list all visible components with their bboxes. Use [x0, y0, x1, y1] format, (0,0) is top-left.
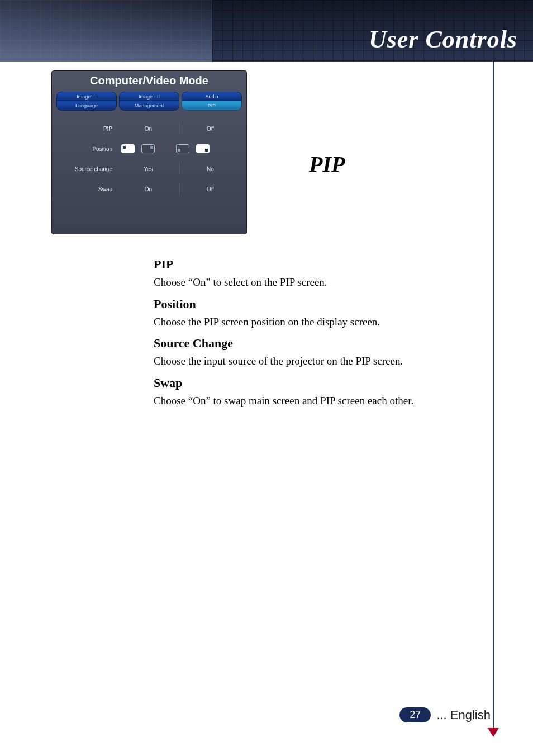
tab-management[interactable]: Management: [119, 101, 179, 111]
osd-option-swap-off[interactable]: Off: [180, 186, 241, 192]
osd-option-pip-on[interactable]: On: [118, 126, 179, 132]
page-footer: 27 ... English: [399, 707, 491, 722]
position-bottom-right-icon[interactable]: [196, 144, 210, 153]
osd-body: PIP On Off Position Source change Yes: [52, 111, 246, 234]
osd-option-pip-off[interactable]: Off: [180, 126, 241, 132]
osd-row-swap: Swap On Off: [58, 179, 241, 199]
para-pip: Choose “On” to select on the PIP screen.: [154, 275, 467, 290]
osd-label-position: Position: [58, 146, 118, 152]
page-language: ... English: [436, 708, 491, 722]
osd-option-src-yes[interactable]: Yes: [118, 166, 179, 172]
heading-swap: Swap: [154, 376, 467, 390]
osd-row-source-change: Source change Yes No: [58, 159, 241, 179]
osd-panel: Computer/Video Mode Image - I Image - II…: [51, 70, 247, 234]
position-top-left-icon[interactable]: [121, 144, 135, 153]
position-bottom-left-icon[interactable]: [176, 144, 189, 153]
para-position: Choose the PIP screen position on the di…: [154, 315, 467, 330]
page-number: 27: [399, 707, 431, 722]
page-margin-rule: [493, 62, 494, 728]
osd-row-position: Position: [58, 139, 241, 159]
page-header: User Controls: [0, 0, 533, 62]
body-text: PIP Choose “On” to select on the PIP scr…: [154, 257, 467, 410]
heading-source-change: Source Change: [154, 336, 467, 351]
osd-tab-group: Image - I Image - II Audio Language Mana…: [52, 92, 246, 111]
osd-row-pip: PIP On Off: [58, 119, 241, 139]
osd-label-source-change: Source change: [58, 166, 118, 172]
page-margin-arrow-icon: [488, 728, 499, 737]
tab-pip[interactable]: PIP: [182, 101, 242, 111]
section-heading: PIP: [309, 151, 345, 177]
osd-label-swap: Swap: [58, 186, 118, 192]
header-decoration-left: [0, 0, 212, 62]
osd-option-src-no[interactable]: No: [180, 166, 241, 172]
page-title: User Controls: [369, 25, 517, 54]
tab-language[interactable]: Language: [56, 101, 117, 111]
position-top-right-icon[interactable]: [141, 144, 155, 153]
heading-pip: PIP: [154, 257, 467, 272]
para-source-change: Choose the input source of the projector…: [154, 354, 467, 369]
heading-position: Position: [154, 297, 467, 311]
osd-label-pip: PIP: [58, 126, 118, 132]
osd-title: Computer/Video Mode: [52, 71, 246, 92]
para-swap: Choose “On” to swap main screen and PIP …: [154, 394, 467, 409]
osd-option-swap-on[interactable]: On: [118, 186, 179, 192]
